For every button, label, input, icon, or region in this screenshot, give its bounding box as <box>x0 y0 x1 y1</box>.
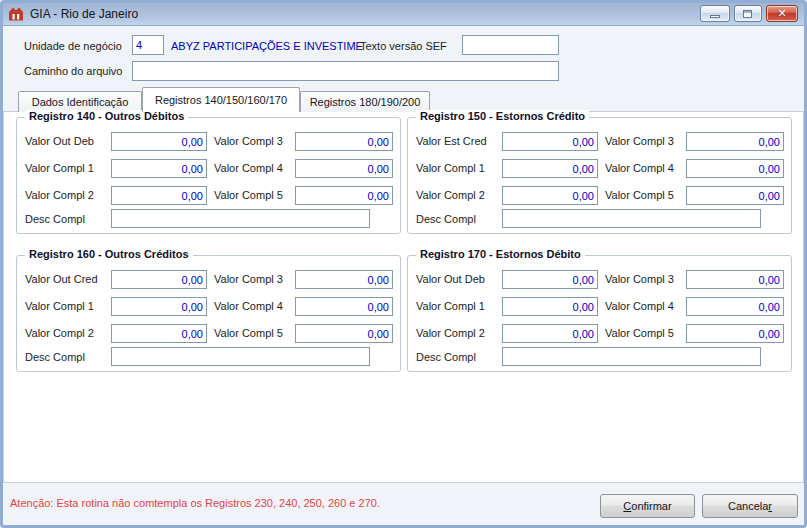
field-label: Valor Compl 5 <box>605 327 674 339</box>
valor-compl3-input[interactable] <box>295 132 393 151</box>
group-title: Registro 170 - Estornos Débito <box>416 248 585 260</box>
group-registro-170: Registro 170 - Estornos Débito Valor Out… <box>407 255 792 372</box>
cancel-label: Cancela <box>728 500 768 512</box>
desc-compl-input[interactable] <box>111 209 370 228</box>
window-title: GIA - Rio de Janeiro <box>30 7 138 21</box>
valor-compl3-input[interactable] <box>686 270 784 289</box>
valor-compl5-input[interactable] <box>686 324 784 343</box>
field-label: Valor Compl 5 <box>605 189 674 201</box>
field-label: Valor Compl 1 <box>25 300 94 312</box>
field-label: Valor Compl 1 <box>416 300 485 312</box>
field-label: Valor Compl 2 <box>25 189 94 201</box>
valor-compl1-input[interactable] <box>111 159 207 178</box>
field-label: Valor Out Deb <box>416 273 485 285</box>
desc-compl-input[interactable] <box>502 347 761 366</box>
confirm-button[interactable]: Confirmar <box>600 494 695 518</box>
field-label: Valor Out Cred <box>25 273 98 285</box>
desc-compl-input[interactable] <box>111 347 370 366</box>
valor-compl2-input[interactable] <box>111 324 207 343</box>
field-label: Valor Compl 2 <box>416 327 485 339</box>
cancel-mnemonic: r <box>768 500 772 512</box>
field-label: Valor Compl 1 <box>416 162 485 174</box>
desc-compl-label: Desc Compl <box>416 213 476 225</box>
field-label: Valor Compl 4 <box>605 162 674 174</box>
field-label: Valor Out Deb <box>25 135 94 147</box>
valor-compl4-input[interactable] <box>295 297 393 316</box>
business-unit-label: Unidade de negócio <box>24 40 122 52</box>
valor-out-cred-input[interactable] <box>111 270 207 289</box>
group-registro-160: Registro 160 - Outros Créditos Valor Out… <box>16 255 401 372</box>
field-label: Valor Compl 4 <box>214 162 283 174</box>
close-icon: ✕ <box>767 7 797 20</box>
field-label: Valor Compl 3 <box>214 273 283 285</box>
group-title: Registro 150 - Estornos Crédito <box>416 110 589 122</box>
minimize-button[interactable] <box>700 5 730 22</box>
valor-compl2-input[interactable] <box>111 186 207 205</box>
valor-compl5-input[interactable] <box>295 186 393 205</box>
business-unit-input[interactable] <box>132 35 164 55</box>
company-name-text: ABYZ PARTICIPAÇÕES E INVESTIME <box>171 40 363 52</box>
valor-compl1-input[interactable] <box>111 297 207 316</box>
maximize-icon <box>743 10 752 18</box>
group-title: Registro 160 - Outros Créditos <box>25 248 193 260</box>
field-label: Valor Compl 1 <box>25 162 94 174</box>
field-label: Valor Compl 3 <box>214 135 283 147</box>
valor-est-cred-input[interactable] <box>502 132 598 151</box>
file-path-input[interactable] <box>132 61 559 81</box>
valor-compl1-input[interactable] <box>502 297 598 316</box>
valor-out-deb-input[interactable] <box>111 132 207 151</box>
valor-compl4-input[interactable] <box>686 159 784 178</box>
field-label: Valor Compl 4 <box>605 300 674 312</box>
maximize-button[interactable] <box>734 5 762 22</box>
warning-text: Atenção: Esta rotina não comtempla os Re… <box>10 497 380 509</box>
valor-compl2-input[interactable] <box>502 324 598 343</box>
tab-registros-140-150-160-170[interactable]: Registros 140/150/160/170 <box>142 87 300 112</box>
field-label: Valor Compl 2 <box>416 189 485 201</box>
field-label: Valor Compl 5 <box>214 327 283 339</box>
field-label: Valor Compl 4 <box>214 300 283 312</box>
valor-compl3-input[interactable] <box>295 270 393 289</box>
sef-version-label: Texto versão SEF <box>360 40 447 52</box>
cancel-button[interactable]: Cancelar <box>702 494 798 518</box>
valor-compl2-input[interactable] <box>502 186 598 205</box>
field-label: Valor Compl 3 <box>605 135 674 147</box>
close-button[interactable]: ✕ <box>766 5 798 22</box>
valor-out-deb-input[interactable] <box>502 270 598 289</box>
tab-registros-180-190-200[interactable]: Registros 180/190/200 <box>300 91 430 112</box>
file-path-label: Caminho do arquivo <box>24 65 122 77</box>
tab-dados-identificacao[interactable]: Dados Identificação <box>18 91 142 112</box>
valor-compl5-input[interactable] <box>686 186 784 205</box>
field-label: Valor Compl 2 <box>25 327 94 339</box>
field-label: Valor Compl 5 <box>214 189 283 201</box>
group-registro-150: Registro 150 - Estornos Crédito Valor Es… <box>407 117 792 234</box>
group-registro-140: Registro 140 - Outros Débitos Valor Out … <box>16 117 401 234</box>
titlebar[interactable]: GIA - Rio de Janeiro ✕ <box>3 3 804 26</box>
valor-compl4-input[interactable] <box>295 159 393 178</box>
desc-compl-label: Desc Compl <box>25 351 85 363</box>
confirm-label: onfirmar <box>631 500 671 512</box>
valor-compl1-input[interactable] <box>502 159 598 178</box>
valor-compl5-input[interactable] <box>295 324 393 343</box>
field-label: Valor Compl 3 <box>605 273 674 285</box>
desc-compl-label: Desc Compl <box>416 351 476 363</box>
app-icon <box>8 6 24 22</box>
desc-compl-input[interactable] <box>502 209 761 228</box>
field-label: Valor Est Cred <box>416 135 487 147</box>
valor-compl3-input[interactable] <box>686 132 784 151</box>
minimize-icon <box>710 15 720 18</box>
valor-compl4-input[interactable] <box>686 297 784 316</box>
gia-window: GIA - Rio de Janeiro ✕ Unidade de negóci… <box>0 0 807 528</box>
desc-compl-label: Desc Compl <box>25 213 85 225</box>
sef-version-input[interactable] <box>462 35 559 55</box>
